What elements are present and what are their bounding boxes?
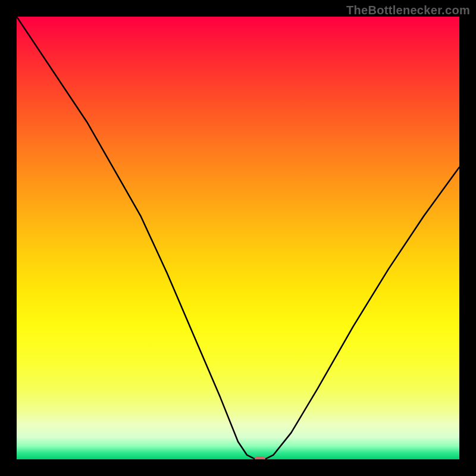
bottleneck-curve	[17, 17, 459, 459]
plot-area	[17, 17, 459, 459]
curve-path	[17, 17, 459, 459]
chart-container: TheBottlenecker.com	[0, 0, 476, 476]
watermark-text: TheBottlenecker.com	[346, 4, 470, 17]
optimum-marker	[255, 456, 265, 459]
